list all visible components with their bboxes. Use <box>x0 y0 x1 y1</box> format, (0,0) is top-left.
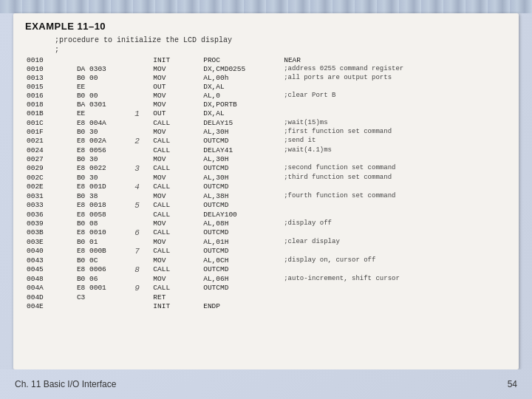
cell-op: AL,08H <box>202 219 282 228</box>
cell-num: 4 <box>133 182 151 191</box>
cell-mnem: MOV <box>151 64 202 73</box>
cell-num <box>133 64 151 73</box>
cell-hex: B0 01 <box>75 237 133 246</box>
cell-op: OUTCMD <box>202 182 282 191</box>
table-row: 001F B0 30 MOV AL,30H ;first function se… <box>25 127 507 136</box>
cell-num <box>133 118 151 127</box>
cell-comment <box>282 200 502 210</box>
proc-num <box>133 55 151 64</box>
cell-addr: 001F <box>25 127 75 136</box>
cell-addr: 0010 <box>25 64 75 73</box>
cell-op: AL,0 <box>202 91 282 100</box>
cell-mnem: CALL <box>151 228 202 237</box>
cell-num <box>133 91 151 100</box>
cell-hex: E8 001D <box>75 182 133 191</box>
cell-op: AL,0CH <box>202 256 282 265</box>
cell-hex: B0 06 <box>75 274 133 283</box>
cell-addr: 0024 <box>25 146 75 154</box>
cell-op: DELAY41 <box>202 146 282 154</box>
cell-hex: DA 0303 <box>75 64 133 73</box>
cell-mnem: MOV <box>151 91 202 100</box>
cell-mnem: RET <box>151 293 202 301</box>
cell-comment <box>282 109 502 118</box>
cell-comment <box>282 283 502 293</box>
cell-num <box>133 293 151 301</box>
cell-hex: E8 0058 <box>75 210 133 219</box>
cell-num <box>133 173 151 182</box>
cell-comment <box>282 210 502 219</box>
cell-op: OUTCMD <box>202 265 282 274</box>
comment-line-2: ; <box>25 46 507 54</box>
cell-comment <box>282 182 502 191</box>
cell-addr: 0043 <box>25 256 75 265</box>
table-row: 0016 B0 00 MOV AL,0 ;clear Port B <box>25 91 507 100</box>
cell-addr: 0048 <box>25 274 75 283</box>
cell-addr: 0039 <box>25 219 75 228</box>
cell-hex: B0 00 <box>75 73 133 82</box>
cell-hex: B0 08 <box>75 219 133 228</box>
cell-op: OUTCMD <box>202 200 282 210</box>
footer-text: Ch. 11 Basic I/O Interface <box>15 379 116 389</box>
proc-op1: PROC <box>202 55 282 64</box>
cell-num: 8 <box>133 265 151 274</box>
table-row: 0043 B0 0C MOV AL,0CH ;display on, curso… <box>25 256 507 265</box>
cell-op: OUTCMD <box>202 246 282 256</box>
cell-mnem: MOV <box>151 173 202 182</box>
cell-addr: 0031 <box>25 191 75 200</box>
table-row: 002C B0 30 MOV AL,30H ;third function se… <box>25 173 507 182</box>
cell-mnem: MOV <box>151 256 202 265</box>
table-row: 0018 BA 0301 MOV DX,PORTB <box>25 100 507 109</box>
cell-hex: E8 004A <box>75 118 133 127</box>
cell-mnem: MOV <box>151 237 202 246</box>
cell-addr: 0045 <box>25 265 75 274</box>
cell-comment: ;wait(15)ms <box>282 118 502 127</box>
table-row: 003B E8 0010 6 CALL OUTCMD <box>25 228 507 237</box>
cell-addr: 001B <box>25 109 75 118</box>
cell-mnem: CALL <box>151 246 202 256</box>
cell-hex: E8 0018 <box>75 200 133 210</box>
table-row: 0027 B0 30 MOV AL,30H <box>25 154 507 163</box>
cell-hex <box>75 301 133 310</box>
cell-mnem: CALL <box>151 146 202 154</box>
cell-hex: B0 30 <box>75 127 133 136</box>
cell-op: DX,PORTB <box>202 100 282 109</box>
comment-line-1: ;procedure to initialize the LCD display <box>25 36 507 44</box>
cell-addr: 0040 <box>25 246 75 256</box>
cell-comment <box>282 154 502 163</box>
cell-num <box>133 210 151 219</box>
cell-mnem: CALL <box>151 136 202 146</box>
cell-op: OUTCMD <box>202 228 282 237</box>
table-row: 0031 B0 38 MOV AL,38H ;fourth function s… <box>25 191 507 200</box>
table-row: 0033 E8 0018 5 CALL OUTCMD <box>25 200 507 210</box>
cell-addr: 0016 <box>25 91 75 100</box>
cell-comment: ;first function set command <box>282 127 502 136</box>
table-row: 0029 E8 0022 3 CALL OUTCMD ;second funct… <box>25 163 507 173</box>
cell-op: OUTCMD <box>202 283 282 293</box>
cell-hex: C3 <box>75 293 133 301</box>
cell-op: AL,30H <box>202 154 282 163</box>
proc-comment <box>502 55 507 64</box>
table-row: 0040 E8 000B 7 CALL OUTCMD <box>25 246 507 256</box>
table-row: 001B EE 1 OUT DX,AL <box>25 109 507 118</box>
table-row: 0015 EE OUT DX,AL <box>25 82 507 91</box>
cell-num <box>133 73 151 82</box>
cell-comment <box>282 82 502 91</box>
cell-num <box>133 301 151 310</box>
cell-addr: 0029 <box>25 163 75 173</box>
cell-addr: 002E <box>25 182 75 191</box>
cell-op: AL,01H <box>202 237 282 246</box>
table-row: 004D C3 RET <box>25 293 507 301</box>
cell-hex: B0 30 <box>75 154 133 163</box>
example-title: EXAMPLE 11–10 <box>25 21 507 32</box>
table-row: 001C E8 004A CALL DELAY15 ;wait(15)ms <box>25 118 507 127</box>
table-row: 0024 E8 0056 CALL DELAY41 ;wait(4.1)ms <box>25 146 507 154</box>
cell-comment <box>282 100 502 109</box>
cell-comment: ;clear Port B <box>282 91 502 100</box>
cell-addr: 001C <box>25 118 75 127</box>
cell-hex: B0 30 <box>75 173 133 182</box>
proc-mnem: INIT <box>151 55 202 64</box>
cell-hex: EE <box>75 82 133 91</box>
proc-op2: NEAR <box>282 55 502 64</box>
cell-num: 3 <box>133 163 151 173</box>
cell-hex: EE <box>75 109 133 118</box>
